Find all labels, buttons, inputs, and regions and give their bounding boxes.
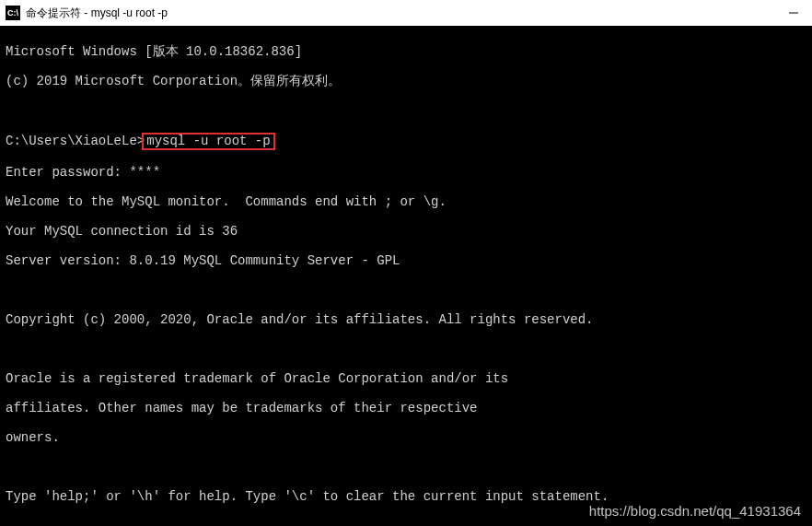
win-copyright-line: (c) 2019 Microsoft Corporation。保留所有权利。 — [6, 74, 806, 88]
highlighted-command-1: mysql -u root -p — [142, 133, 274, 150]
trademark-line-2: affiliates. Other names may be trademark… — [6, 401, 806, 415]
blank-line — [6, 460, 806, 474]
watermark-text: https://blog.csdn.net/qq_41931364 — [589, 503, 801, 519]
cmd-icon: C:\ — [6, 6, 20, 20]
conn-id-line: Your MySQL connection id is 36 — [6, 224, 806, 239]
minimize-button[interactable] — [786, 6, 801, 20]
win-version-line: Microsoft Windows [版本 10.0.18362.836] — [6, 44, 806, 59]
trademark-line-1: Oracle is a registered trademark of Orac… — [6, 371, 806, 386]
welcome-line: Welcome to the MySQL monitor. Commands e… — [6, 194, 806, 209]
oracle-copyright-line: Copyright (c) 2000, 2020, Oracle and/or … — [6, 312, 806, 327]
trademark-line-3: owners. — [6, 430, 806, 445]
blank-line — [6, 342, 806, 357]
prompt-path: C:\Users\XiaoLeLe> — [6, 134, 145, 148]
help-line: Type 'help;' or '\h' for help. Type '\c'… — [6, 489, 806, 504]
window-title: 命令提示符 - mysql -u root -p — [26, 6, 786, 21]
terminal-output[interactable]: Microsoft Windows [版本 10.0.18362.836] (c… — [0, 26, 812, 526]
server-version-line: Server version: 8.0.19 MySQL Community S… — [6, 253, 806, 268]
blank-line — [6, 519, 806, 526]
blank-line — [6, 283, 806, 298]
window-titlebar: C:\ 命令提示符 - mysql -u root -p — [0, 0, 812, 26]
blank-line — [6, 103, 806, 118]
password-line: Enter password: **** — [6, 165, 806, 180]
login-command-line: C:\Users\XiaoLeLe>mysql -u root -p — [6, 133, 806, 150]
